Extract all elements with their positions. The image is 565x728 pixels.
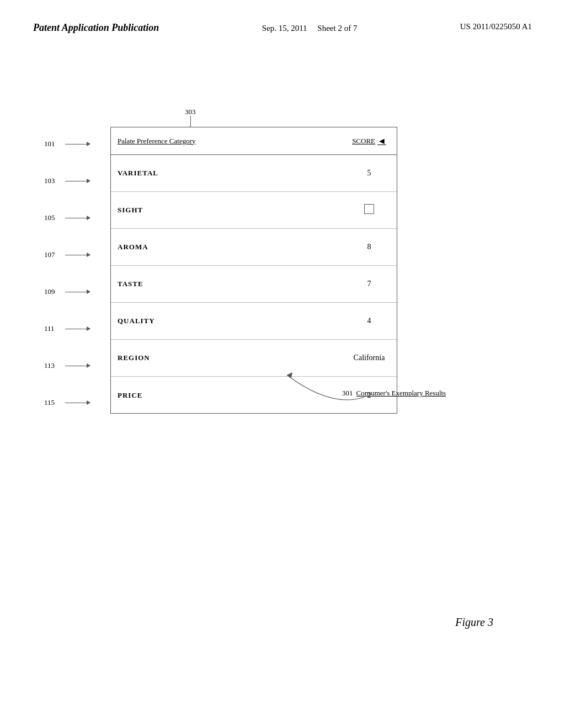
ref-105-line [65, 218, 90, 218]
col-header-score: SCORE ◄ [342, 136, 397, 146]
label-301-number: 301 [342, 389, 353, 398]
col-header-category: Palate Preference Category [111, 137, 342, 146]
category-sight: SIGHT [111, 206, 342, 215]
label-301-container: 301 Consumer's Exemplary Results [342, 389, 446, 398]
ref-103: 103 [44, 176, 90, 185]
ref-107-line [65, 255, 90, 255]
table-row: TASTE 7 [111, 266, 397, 303]
category-region: REGION [111, 354, 342, 362]
publication-date: Sep. 15, 2011 [262, 24, 307, 33]
ref-111: 111 [44, 324, 90, 333]
score-arrow: ◄ [377, 136, 386, 146]
ref-103-line [65, 181, 90, 181]
ref-111-line [65, 329, 90, 329]
table-header-row: Palate Preference Category SCORE ◄ [111, 127, 397, 155]
ref-113: 113 [44, 361, 90, 370]
label-303: 303 [185, 108, 196, 116]
ref-113-line [65, 366, 90, 366]
score-aroma: 8 [342, 243, 397, 251]
table-row: SIGHT [111, 192, 397, 229]
category-taste: TASTE [111, 280, 342, 288]
score-quality: 4 [342, 317, 397, 325]
ref-109: 109 [44, 287, 90, 296]
category-varietal: VARIETAL [111, 169, 342, 178]
table-row: QUALITY 4 [111, 303, 397, 340]
category-aroma: AROMA [111, 243, 342, 251]
score-label: SCORE [352, 137, 375, 146]
score-checkbox [364, 204, 374, 214]
ref-109-line [65, 292, 90, 292]
publication-sheet: Sheet 2 of 7 [317, 24, 357, 33]
ref-115-line [65, 403, 90, 403]
score-varietal: 5 [342, 169, 397, 178]
patent-number: US 2011/0225050 A1 [460, 22, 532, 31]
score-region: California [342, 354, 397, 362]
label-301-description: Consumer's Exemplary Results [356, 389, 446, 398]
ref-107: 107 [44, 250, 90, 259]
table-row: VARIETAL 5 [111, 155, 397, 192]
ref-105: 105 [44, 213, 90, 222]
table-row: AROMA 8 [111, 229, 397, 266]
diagram-container: 303 101 103 105 107 109 1 [44, 94, 521, 507]
figure-caption: Figure 3 [455, 616, 493, 629]
reference-labels: 101 103 105 107 109 111 113 [44, 127, 108, 414]
score-sight [342, 204, 397, 216]
publication-title: Patent Application Publication [33, 22, 159, 34]
ref-115: 115 [44, 398, 90, 407]
page-header: Patent Application Publication Sep. 15, … [0, 22, 565, 35]
ref-101: 101 [44, 140, 90, 148]
category-quality: QUALITY [111, 317, 342, 325]
ref-101-line [65, 144, 90, 144]
score-taste: 7 [342, 280, 397, 288]
publication-date-sheet: Sep. 15, 2011 Sheet 2 of 7 [262, 22, 358, 35]
